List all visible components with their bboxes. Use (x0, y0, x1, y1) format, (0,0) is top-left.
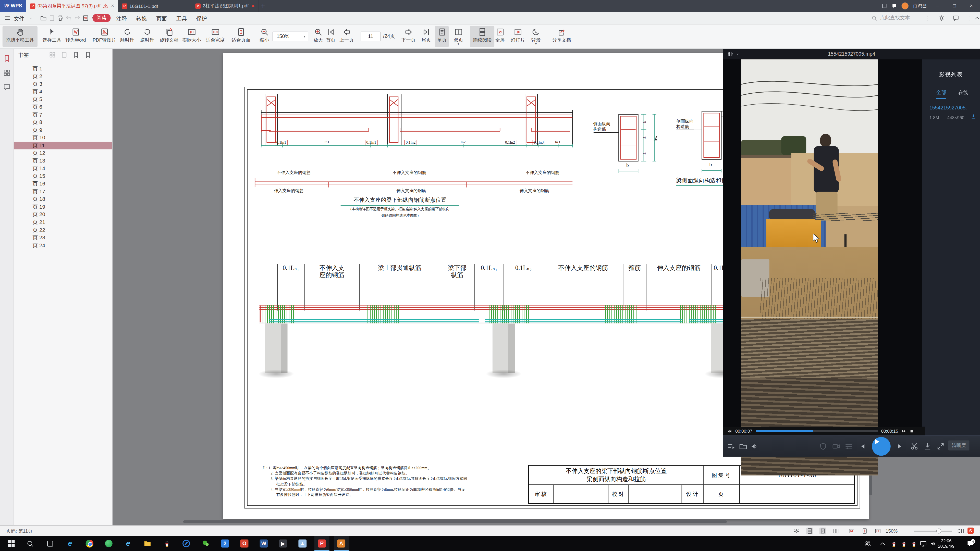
playlist-button[interactable] (727, 442, 735, 451)
status-actual-size-button[interactable] (848, 527, 855, 534)
fit-width-button[interactable]: 适合宽度 (205, 26, 226, 47)
zoom-out-button[interactable]: 缩小 (259, 26, 270, 47)
tab-doc-3[interactable]: P2柱平法识图规则1.pdf (191, 0, 258, 12)
select-tool-button[interactable]: 选择工具 (41, 26, 62, 47)
menu-tools[interactable]: 工具 (173, 15, 190, 22)
bookmark-page-10[interactable]: 页 10 (14, 134, 112, 141)
pdf-to-image-button[interactable]: PDF转图片 (90, 26, 119, 47)
prev-page-button[interactable]: 上一页 (338, 26, 355, 47)
bookmark-page-11[interactable]: 页 11 (14, 142, 112, 149)
word-icon[interactable]: W (256, 536, 271, 551)
read-mode-tab[interactable]: 阅读 (92, 14, 110, 22)
tab-doc-1[interactable]: P03第四章梁平法识图-97(3).pdf× (26, 0, 118, 12)
tab-online[interactable]: 在线 (958, 89, 968, 96)
page-input[interactable] (361, 32, 380, 41)
gear-icon[interactable] (938, 15, 945, 22)
share-doc-button[interactable]: 分享文档 (549, 26, 574, 47)
bookmark-page-13[interactable]: 页 13 (14, 157, 112, 165)
chrome-icon[interactable] (82, 536, 97, 551)
mode-double-button[interactable] (832, 527, 839, 534)
status-fit-page-button[interactable] (861, 527, 868, 534)
video-menu-caret-icon[interactable] (735, 52, 740, 56)
edge-icon[interactable]: e (62, 536, 78, 551)
file-menu-caret-icon[interactable] (29, 16, 33, 20)
print-button-icon[interactable] (57, 15, 64, 22)
office-icon[interactable]: O (237, 536, 252, 551)
fast-forward-icon[interactable] (901, 428, 907, 433)
open-media-button[interactable] (739, 442, 748, 451)
video-player-window[interactable]: 1554215927005.mp4 (723, 49, 980, 457)
menu-protect[interactable]: 保护 (193, 15, 210, 22)
maximize-button[interactable]: □ (948, 0, 961, 12)
bookmark-page-15[interactable]: 页 15 (14, 172, 112, 180)
video-frame[interactable] (741, 59, 878, 475)
background-button[interactable]: 背景▼ (529, 26, 543, 47)
task-view-button[interactable] (43, 536, 58, 551)
open-file-button-icon[interactable] (40, 15, 47, 22)
sogou-ime-icon[interactable]: S (967, 527, 974, 534)
rewind-icon[interactable] (727, 428, 732, 433)
bookmark-page-19[interactable]: 页 19 (14, 203, 112, 211)
bookmark-page-3[interactable]: 页 3 (14, 80, 112, 88)
more-dots-icon[interactable] (966, 15, 973, 22)
h-scroll-thumb[interactable] (183, 520, 727, 523)
new-tab-button[interactable]: + (258, 0, 268, 12)
ime-more-icon[interactable] (976, 527, 980, 534)
actual-size-button[interactable]: 实际大小 (181, 26, 202, 47)
file-explorer-icon[interactable] (140, 536, 155, 551)
close-button[interactable]: × (965, 0, 977, 12)
bookmark-page-17[interactable]: 页 17 (14, 188, 112, 195)
panel-thumbnails-button[interactable] (3, 68, 11, 77)
zoom-level-combo[interactable]: 150%▼ (272, 32, 308, 41)
first-page-button[interactable]: 首页 (325, 26, 337, 47)
zoom-slider-thumb[interactable] (936, 529, 942, 534)
bookmark-page-7[interactable]: 页 7 (14, 111, 112, 118)
stop-icon[interactable] (909, 428, 915, 433)
bookmark-page-24[interactable]: 页 24 (14, 242, 112, 249)
clip-button[interactable] (910, 442, 919, 451)
feedback-icon[interactable] (953, 15, 959, 22)
last-page-button[interactable]: 尾页 (420, 26, 433, 47)
browser-2345-icon[interactable]: 2 (218, 536, 232, 551)
people-button[interactable] (860, 536, 875, 551)
zoom-slider[interactable] (914, 530, 952, 532)
start-button[interactable] (4, 536, 19, 551)
to-word-button[interactable]: 转为Word (62, 26, 89, 47)
video-titlebar[interactable]: 1554215927005.mp4 (723, 49, 980, 59)
next-track-button[interactable] (896, 442, 905, 451)
bookmark-page-8[interactable]: 页 8 (14, 119, 112, 126)
tab-all[interactable]: 全部 (936, 89, 946, 99)
panel-comments-button[interactable] (3, 83, 11, 91)
pan-tool-button[interactable]: 拖拽平移工具 (3, 26, 38, 47)
bookmark-page-14[interactable]: 页 14 (14, 165, 112, 172)
menu-page[interactable]: 页面 (153, 15, 170, 22)
ime-indicator[interactable]: CH (958, 528, 964, 534)
horizontal-scrollbar[interactable] (115, 520, 873, 524)
single-page-button[interactable]: 单页 (435, 26, 449, 47)
collapse-ribbon-icon[interactable] (974, 15, 980, 22)
taskbar-clock[interactable]: 22:06 2019/4/9 (931, 538, 961, 549)
volume-button[interactable] (750, 442, 759, 451)
progress-bar[interactable] (756, 430, 878, 432)
full-screen-button[interactable]: 全屏 (494, 26, 506, 47)
continuous-read-button[interactable]: 连续阅读 (470, 26, 495, 47)
wechat-icon[interactable] (198, 536, 213, 551)
status-fit-width-button[interactable] (874, 527, 881, 534)
bookmark-page-16[interactable]: 页 16 (14, 180, 112, 188)
playlist-item[interactable]: 1554215927005. (929, 105, 980, 110)
rotate-ccw-button[interactable]: 逆时针 (139, 26, 155, 47)
menu-annotate[interactable]: 注释 (113, 15, 130, 22)
double-page-button[interactable]: 双页▼ (451, 26, 466, 47)
photos-icon[interactable]: ▲ (295, 536, 310, 551)
prev-track-button[interactable] (858, 442, 866, 451)
wps-pdf-icon[interactable]: P (314, 536, 329, 551)
close-tab-icon[interactable]: × (111, 3, 114, 9)
tab-doc-2[interactable]: P16G101-1.pdf (118, 0, 162, 12)
zoom-in-button[interactable]: 放大 (312, 26, 324, 47)
zoom-minus-button[interactable]: − (905, 527, 908, 534)
layout-icon[interactable] (881, 3, 887, 9)
download-button[interactable] (923, 442, 932, 451)
remove-bookmark-button[interactable] (84, 51, 92, 59)
bookmark-page-12[interactable]: 页 12 (14, 149, 112, 157)
taskbar-search-button[interactable] (22, 536, 38, 551)
